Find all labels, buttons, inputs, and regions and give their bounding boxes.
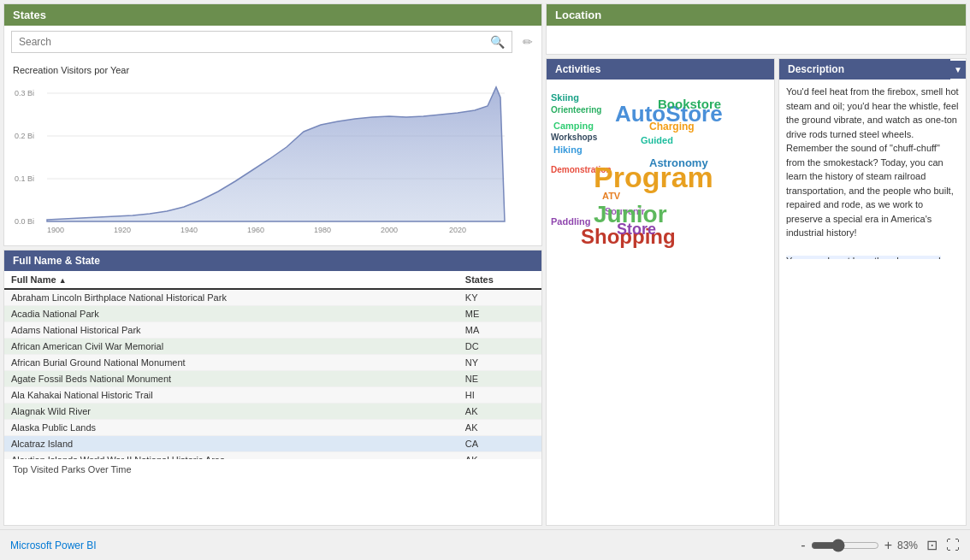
park-name: Alaska Public Lands [4, 420, 458, 436]
table-row[interactable]: Ala Kahakai National Historic TrailHI [4, 387, 541, 404]
zoom-slider[interactable] [811, 539, 879, 552]
wordcloud-word[interactable]: Camping [553, 121, 594, 131]
park-state: MA [458, 322, 541, 339]
zoom-value: 83% [897, 539, 918, 551]
wordcloud-word[interactable]: Bookstore [658, 97, 721, 111]
parks-table: Full Name ▲ States Abraham Lincoln Birth… [4, 271, 541, 459]
svg-text:1960: 1960 [247, 226, 264, 234]
table-panel: Full Name & State Full Name ▲ States [3, 250, 542, 526]
svg-text:0.1 Bi: 0.1 Bi [15, 174, 34, 183]
wordcloud-word[interactable]: Orienteering [551, 105, 601, 115]
states-header: States [4, 4, 541, 26]
desc-scroll-icon: ▼ [950, 61, 966, 79]
park-name: African Burial Ground National Monument [4, 355, 458, 371]
bottom-left: Microsoft Power BI [10, 539, 97, 551]
park-state: ME [458, 306, 541, 322]
park-state: NY [458, 355, 541, 371]
svg-text:1920: 1920 [114, 226, 131, 234]
park-state: NE [458, 371, 541, 387]
bottom-bar: Microsoft Power BI - + 83% ⊡ ⛶ [0, 529, 970, 560]
table-row[interactable]: African American Civil War MemorialDC [4, 339, 541, 355]
search-icon: 🔍 [490, 35, 505, 49]
wordcloud-word[interactable]: Charging [649, 121, 695, 133]
fullscreen-icon[interactable]: ⛶ [946, 538, 960, 553]
description-panel: Description ▼ You'd feel heat from the f… [778, 58, 967, 526]
svg-text:2020: 2020 [449, 226, 466, 234]
park-name: Ala Kahakai National Historic Trail [4, 387, 458, 404]
table-container[interactable]: Full Name ▲ States Abraham Lincoln Birth… [4, 271, 541, 459]
chart-area: Recreation Visitors por Year 0.3 Bi 0.2 … [4, 58, 541, 245]
park-state: DC [458, 339, 541, 355]
table-header: Full Name & State [4, 251, 541, 271]
park-state: CA [458, 436, 541, 452]
bottom-label: Top Visited Parks Over Time [4, 459, 541, 480]
table-row[interactable]: Agate Fossil Beds National MonumentNE [4, 371, 541, 387]
park-state: AK [458, 404, 541, 420]
table-row[interactable]: Abraham Lincoln Birthplace National Hist… [4, 289, 541, 306]
park-name: Acadia National Park [4, 306, 458, 322]
svg-text:1980: 1980 [314, 226, 331, 234]
description-text-1: You'd feel heat from the firebox, smell … [786, 86, 959, 238]
activities-header: Activities [547, 59, 774, 80]
svg-text:1900: 1900 [47, 226, 64, 234]
activities-panel: Activities SkiingOrienteeringCampingWork… [546, 58, 775, 526]
description-text[interactable]: You'd feel heat from the firebox, smell … [779, 80, 966, 259]
search-input[interactable] [19, 36, 490, 48]
park-name: Aleutian Islands World War II National H… [4, 452, 458, 460]
location-panel: Location [546, 3, 967, 55]
park-state: AK [458, 452, 541, 460]
svg-text:2000: 2000 [381, 226, 398, 234]
description-text-2: You can almost hear the whoops and cries… [786, 256, 952, 259]
col-states: States [458, 271, 541, 289]
park-name: African American Civil War Memorial [4, 339, 458, 355]
table-row[interactable]: Alagnak Wild RiverAK [4, 404, 541, 420]
park-state: KY [458, 289, 541, 306]
table-row[interactable]: African Burial Ground National MonumentN… [4, 355, 541, 371]
park-state: AK [458, 420, 541, 436]
edit-icon[interactable]: ✏ [523, 35, 533, 49]
wordcloud-word[interactable]: Hiking [553, 144, 583, 155]
chart-title: Recreation Visitors por Year [13, 65, 533, 75]
col-fullname: Full Name ▲ [4, 271, 458, 289]
search-container: 🔍 [11, 31, 512, 53]
wordcloud-word[interactable]: Guided [641, 135, 673, 145]
description-header: Description [779, 59, 950, 80]
svg-text:1940: 1940 [180, 226, 198, 234]
wordcloud-word[interactable]: Program [594, 161, 713, 194]
zoom-plus[interactable]: + [884, 538, 892, 553]
sort-arrow: ▲ [59, 276, 67, 285]
table-row[interactable]: Acadia National ParkME [4, 306, 541, 322]
powerbi-link[interactable]: Microsoft Power BI [10, 539, 97, 551]
visitors-chart: 0.3 Bi 0.2 Bi 0.1 Bi 0.0 Bi [13, 80, 509, 239]
svg-text:0.3 Bi: 0.3 Bi [15, 89, 34, 97]
svg-text:0.2 Bi: 0.2 Bi [15, 132, 34, 140]
table-row[interactable]: Adams National Historical ParkMA [4, 322, 541, 339]
park-name: Abraham Lincoln Birthplace National Hist… [4, 289, 458, 306]
park-name: Adams National Historical Park [4, 322, 458, 339]
park-name: Agate Fossil Beds National Monument [4, 371, 458, 387]
states-panel: States 🔍 ✏ Recreation Visitors por Year … [3, 3, 542, 246]
table-row[interactable]: Alcatraz IslandCA [4, 436, 541, 452]
park-name: Alcatraz Island [4, 436, 458, 452]
zoom-minus[interactable]: - [801, 538, 805, 553]
wordcloud-word[interactable]: Store [617, 221, 656, 239]
location-header: Location [547, 4, 966, 26]
park-state: HI [458, 387, 541, 404]
wordcloud-area: SkiingOrienteeringCampingWorkshopsHiking… [547, 80, 774, 251]
svg-text:0.0 Bi: 0.0 Bi [15, 217, 34, 226]
wordcloud-word[interactable]: Skiing [551, 92, 579, 103]
zoom-controls: - + 83% [801, 538, 918, 553]
wordcloud-word[interactable]: Workshops [551, 133, 597, 142]
fit-screen-icon[interactable]: ⊡ [926, 537, 937, 553]
bottom-right: - + 83% ⊡ ⛶ [801, 537, 960, 553]
park-name: Alagnak Wild River [4, 404, 458, 420]
table-row[interactable]: Alaska Public LandsAK [4, 420, 541, 436]
table-row[interactable]: Aleutian Islands World War II National H… [4, 452, 541, 460]
